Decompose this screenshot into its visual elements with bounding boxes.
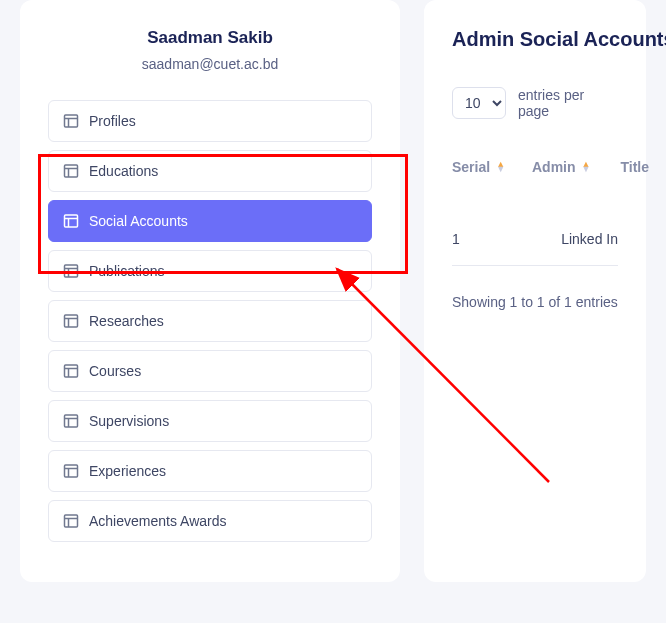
th-title[interactable]: Title bbox=[620, 159, 649, 175]
layout-icon bbox=[63, 513, 79, 529]
svg-rect-12 bbox=[65, 315, 78, 327]
profile-header: Saadman Sakib saadman@cuet.ac.bd bbox=[48, 28, 372, 72]
main-content: Admin Social Accounts 10 entries per pag… bbox=[424, 0, 646, 582]
td-serial: 1 bbox=[452, 231, 472, 247]
nav-item-supervisions[interactable]: Supervisions bbox=[48, 400, 372, 442]
showing-entries-text: Showing 1 to 1 of 1 entries bbox=[452, 294, 618, 310]
nav-label: Courses bbox=[89, 363, 141, 379]
nav-label: Achievements Awards bbox=[89, 513, 226, 529]
nav-item-experiences[interactable]: Experiences bbox=[48, 450, 372, 492]
layout-icon bbox=[63, 263, 79, 279]
layout-icon bbox=[63, 413, 79, 429]
nav-label: Researches bbox=[89, 313, 164, 329]
profile-name: Saadman Sakib bbox=[48, 28, 372, 48]
nav-label: Social Accounts bbox=[89, 213, 188, 229]
nav-list: Profiles Educations Social Accounts Publ… bbox=[48, 100, 372, 542]
entries-selector-row: 10 entries per page bbox=[452, 87, 618, 119]
layout-icon bbox=[63, 163, 79, 179]
svg-rect-21 bbox=[65, 465, 78, 477]
svg-rect-9 bbox=[65, 265, 78, 277]
svg-rect-6 bbox=[65, 215, 78, 227]
nav-item-profiles[interactable]: Profiles bbox=[48, 100, 372, 142]
nav-item-educations[interactable]: Educations bbox=[48, 150, 372, 192]
svg-rect-3 bbox=[65, 165, 78, 177]
th-serial[interactable]: Serial ▲▼ bbox=[452, 159, 502, 175]
sort-icon: ▲▼ bbox=[582, 162, 591, 172]
layout-icon bbox=[63, 213, 79, 229]
nav-item-publications[interactable]: Publications bbox=[48, 250, 372, 292]
layout-icon bbox=[63, 463, 79, 479]
entries-label: entries per page bbox=[518, 87, 618, 119]
th-admin[interactable]: Admin ▲▼ bbox=[532, 159, 590, 175]
svg-rect-15 bbox=[65, 365, 78, 377]
nav-label: Educations bbox=[89, 163, 158, 179]
layout-icon bbox=[63, 113, 79, 129]
svg-rect-24 bbox=[65, 515, 78, 527]
nav-item-courses[interactable]: Courses bbox=[48, 350, 372, 392]
nav-label: Publications bbox=[89, 263, 165, 279]
table-row: 1 Linked In bbox=[452, 213, 618, 266]
page-title: Admin Social Accounts bbox=[452, 28, 618, 51]
profile-sidebar: Saadman Sakib saadman@cuet.ac.bd Profile… bbox=[20, 0, 400, 582]
nav-item-researches[interactable]: Researches bbox=[48, 300, 372, 342]
td-title: Linked In bbox=[561, 231, 618, 247]
td-admin bbox=[502, 231, 531, 247]
entries-per-page-select[interactable]: 10 bbox=[452, 87, 506, 119]
layout-icon bbox=[63, 313, 79, 329]
svg-rect-0 bbox=[65, 115, 78, 127]
nav-label: Supervisions bbox=[89, 413, 169, 429]
svg-rect-18 bbox=[65, 415, 78, 427]
nav-label: Experiences bbox=[89, 463, 166, 479]
profile-email: saadman@cuet.ac.bd bbox=[48, 56, 372, 72]
sort-icon: ▲▼ bbox=[496, 162, 505, 172]
table-header: Serial ▲▼ Admin ▲▼ Title bbox=[452, 159, 618, 189]
layout-icon bbox=[63, 363, 79, 379]
nav-item-achievements-awards[interactable]: Achievements Awards bbox=[48, 500, 372, 542]
nav-item-social-accounts[interactable]: Social Accounts bbox=[48, 200, 372, 242]
nav-label: Profiles bbox=[89, 113, 136, 129]
